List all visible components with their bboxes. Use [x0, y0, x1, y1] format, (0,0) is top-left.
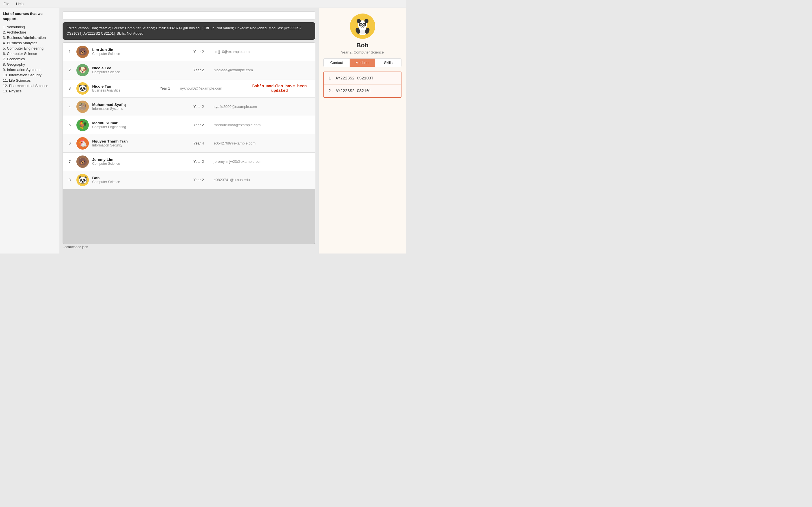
profile-subtitle: Year 2, Computer Science	[341, 50, 384, 54]
table-row[interactable]: 1🐻Lim Jun JieComputer ScienceYear 2limjj…	[63, 43, 315, 61]
person-year: Year 2	[193, 178, 210, 182]
person-name: Madhu Kumar	[92, 121, 190, 125]
sidebar: List of courses that we support. 1. Acco…	[0, 8, 59, 253]
person-year: Year 4	[193, 141, 210, 145]
person-email: syafiq2000@example.com	[214, 105, 312, 109]
svg-point-14	[360, 30, 365, 34]
person-info: Nguyen Thanh TranInformation Security	[92, 139, 190, 147]
sidebar-course-item[interactable]: 6. Computer Science	[3, 51, 56, 56]
person-email: nykhoul02@example.com	[180, 86, 244, 91]
avatar: 🐼	[77, 82, 89, 95]
person-info: Nicole TanBusiness Analytics	[92, 84, 156, 93]
row-number: 3	[66, 86, 73, 91]
update-message: Bob's modules have been updated	[248, 84, 312, 93]
sidebar-course-item[interactable]: 13. Physics	[3, 89, 56, 94]
menu-help[interactable]: Help	[15, 1, 25, 6]
row-number: 5	[66, 123, 73, 127]
person-name: Bob	[92, 176, 190, 180]
tab-skills[interactable]: Skills	[375, 59, 401, 67]
person-course: Business Analytics	[92, 89, 156, 93]
sidebar-course-item[interactable]: 3. Business Administration	[3, 35, 56, 40]
person-course: Computer Science	[92, 52, 190, 56]
person-course: Information Systems	[92, 107, 190, 111]
person-name: Nicole Lee	[92, 66, 190, 70]
main-layout: List of courses that we support. 1. Acco…	[0, 8, 406, 253]
person-year: Year 2	[193, 159, 210, 164]
avatar: 🐻	[77, 46, 89, 58]
person-name: Jeremy Lim	[92, 158, 190, 162]
sidebar-course-item[interactable]: 8. Geography	[3, 62, 56, 67]
table-row[interactable]: 3🐼Nicole TanBusiness AnalyticsYear 1nykh…	[63, 79, 315, 98]
person-email: e0542769@example.com	[214, 141, 312, 145]
profile-name: Bob	[356, 42, 368, 49]
person-year: Year 2	[193, 105, 210, 109]
person-course: Computer Engineering	[92, 125, 190, 129]
person-info: Nicole LeeComputer Science	[92, 66, 190, 74]
output-text: Edited Person: Bob; Year: 2; Course: Com…	[66, 26, 301, 36]
sidebar-course-item[interactable]: 9. Information Systems	[3, 67, 56, 72]
avatar: 🐼	[77, 174, 89, 186]
center-panel: Edited Person: Bob; Year: 2; Course: Com…	[59, 8, 319, 253]
table-row[interactable]: 4🦥Muhammad SyafiqInformation SystemsYear…	[63, 98, 315, 116]
person-name: Muhammad Syafiq	[92, 103, 190, 107]
person-list-container[interactable]: 1🐻Lim Jun JieComputer ScienceYear 2limjj…	[63, 43, 315, 244]
row-number: 4	[66, 105, 73, 109]
tab-modules[interactable]: Modules	[350, 59, 375, 67]
person-year: Year 1	[160, 86, 176, 91]
avatar: 🐓	[77, 119, 89, 131]
person-email: e0823741@u.nus.edu	[214, 178, 312, 182]
svg-point-10	[363, 24, 364, 25]
avatar: 🐶	[77, 64, 89, 76]
avatar: 🐻	[77, 156, 89, 168]
table-row[interactable]: 2🐶Nicole LeeComputer ScienceYear 2nicole…	[63, 61, 315, 79]
table-row[interactable]: 8🐼BobComputer ScienceYear 2e0823741@u.nu…	[63, 171, 315, 189]
row-number: 1	[66, 50, 73, 54]
sidebar-course-item[interactable]: 10. Information Security	[3, 72, 56, 78]
menu-file[interactable]: File	[2, 1, 10, 6]
sidebar-title: List of courses that we support.	[3, 11, 56, 21]
person-course: Computer Science	[92, 162, 190, 166]
row-number: 2	[66, 68, 73, 72]
sidebar-course-item[interactable]: 12. Pharmaceutical Science	[3, 83, 56, 89]
row-number: 6	[66, 141, 73, 145]
person-name: Lim Jun Jie	[92, 48, 190, 52]
row-number: 8	[66, 178, 73, 182]
person-info: Madhu KumarComputer Engineering	[92, 121, 190, 129]
person-year: Year 2	[193, 123, 210, 127]
tab-contact[interactable]: Contact	[324, 59, 350, 67]
person-course: Computer Science	[92, 70, 190, 74]
sidebar-course-item[interactable]: 11. Life Sciences	[3, 78, 56, 83]
avatar: 🐔	[77, 137, 89, 150]
person-course: Information Security	[92, 144, 190, 147]
person-name: Nicole Tan	[92, 84, 156, 89]
right-panel: Bob Year 2, Computer Science Contact Mod…	[319, 8, 406, 253]
person-year: Year 2	[193, 68, 210, 72]
module-item: 1. AY2223S2 CS2103T	[324, 72, 401, 85]
person-course: Computer Science	[92, 180, 190, 184]
person-info: Jeremy LimComputer Science	[92, 158, 190, 166]
avatar: 🦥	[77, 101, 89, 113]
person-info: Lim Jun JieComputer Science	[92, 48, 190, 56]
sidebar-course-item[interactable]: 4. Business Analytics	[3, 40, 56, 46]
output-box: Edited Person: Bob; Year: 2; Course: Com…	[63, 22, 315, 40]
person-email: jeremylimjw23@example.com	[214, 159, 312, 164]
svg-point-9	[360, 24, 361, 25]
sidebar-course-item[interactable]: 1. Accounting	[3, 24, 56, 30]
person-info: Muhammad SyafiqInformation Systems	[92, 103, 190, 111]
svg-point-3	[357, 19, 361, 23]
search-input[interactable]	[63, 11, 315, 19]
svg-point-11	[362, 26, 363, 27]
person-email: limjj10@example.com	[214, 50, 312, 54]
profile-avatar	[350, 13, 375, 39]
sidebar-course-item[interactable]: 2. Architecture	[3, 30, 56, 35]
menubar: File Help	[0, 0, 406, 8]
person-email: madhukumar@example.com	[214, 123, 312, 127]
course-list: 1. Accounting2. Architecture3. Business …	[3, 24, 56, 94]
sidebar-course-item[interactable]: 7. Economics	[3, 56, 56, 62]
table-row[interactable]: 6🐔Nguyen Thanh TranInformation SecurityY…	[63, 134, 315, 153]
table-row[interactable]: 7🐻Jeremy LimComputer ScienceYear 2jeremy…	[63, 153, 315, 171]
sidebar-course-item[interactable]: 5. Computer Engineering	[3, 46, 56, 51]
table-row[interactable]: 5🐓Madhu KumarComputer EngineeringYear 2m…	[63, 116, 315, 134]
row-number: 7	[66, 159, 73, 164]
filepath: ./data/codoc.json	[63, 244, 315, 250]
